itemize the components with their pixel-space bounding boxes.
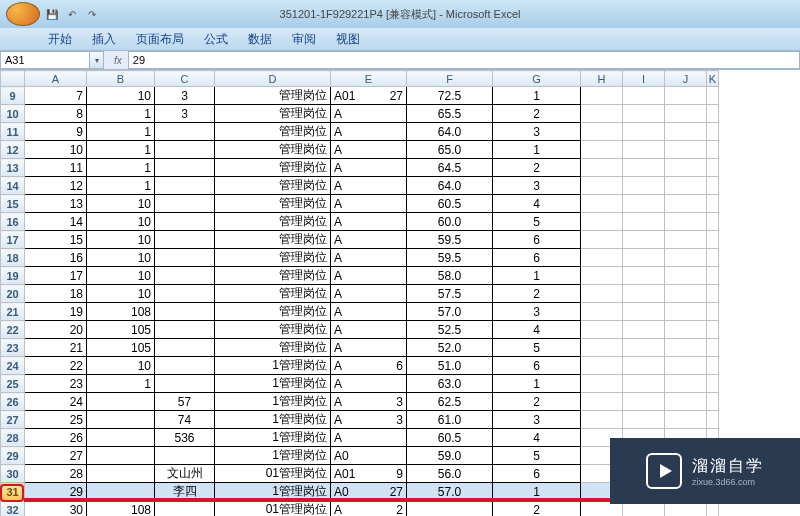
cell[interactable] <box>665 213 707 231</box>
cell[interactable] <box>665 393 707 411</box>
cell[interactable]: 2 <box>493 501 581 517</box>
table-row[interactable]: 2119108管理岗位A57.03 <box>1 303 719 321</box>
cell[interactable]: 1管理岗位 <box>215 483 331 501</box>
cell[interactable]: 1 <box>87 105 155 123</box>
row-header-30[interactable]: 30 <box>1 465 25 483</box>
cell[interactable] <box>155 357 215 375</box>
cell[interactable]: A3 <box>331 411 407 429</box>
cell[interactable]: 1 <box>493 375 581 393</box>
cell[interactable]: A <box>331 429 407 447</box>
cell[interactable] <box>623 87 665 105</box>
cell[interactable]: A <box>331 231 407 249</box>
column-header-I[interactable]: I <box>623 71 665 87</box>
cell[interactable] <box>665 411 707 429</box>
cell[interactable]: 文山州 <box>155 465 215 483</box>
cell[interactable]: 1 <box>87 177 155 195</box>
cell[interactable]: A <box>331 141 407 159</box>
cell[interactable]: A <box>331 159 407 177</box>
cell[interactable]: 56.0 <box>407 465 493 483</box>
cell[interactable]: 管理岗位 <box>215 285 331 303</box>
cell[interactable] <box>707 267 719 285</box>
cell[interactable] <box>155 285 215 303</box>
cell[interactable] <box>665 177 707 195</box>
cell[interactable] <box>155 177 215 195</box>
cell[interactable]: 5 <box>493 213 581 231</box>
cell[interactable] <box>581 123 623 141</box>
row-header-14[interactable]: 14 <box>1 177 25 195</box>
cell[interactable] <box>707 213 719 231</box>
row-header-9[interactable]: 9 <box>1 87 25 105</box>
cell[interactable] <box>155 195 215 213</box>
cell[interactable]: 16 <box>25 249 87 267</box>
cell[interactable]: 1 <box>87 123 155 141</box>
cell[interactable]: 65.5 <box>407 105 493 123</box>
table-row[interactable]: 161410管理岗位A60.05 <box>1 213 719 231</box>
cell[interactable]: 108 <box>87 303 155 321</box>
cell[interactable]: 2 <box>493 285 581 303</box>
cell[interactable] <box>665 105 707 123</box>
cell[interactable]: 13 <box>25 195 87 213</box>
cell[interactable] <box>155 141 215 159</box>
row-header-18[interactable]: 18 <box>1 249 25 267</box>
row-header-24[interactable]: 24 <box>1 357 25 375</box>
cell[interactable]: 4 <box>493 429 581 447</box>
table-row[interactable]: 13111管理岗位A64.52 <box>1 159 719 177</box>
cell[interactable]: A027 <box>331 483 407 501</box>
cell[interactable] <box>623 267 665 285</box>
cell[interactable]: 1 <box>493 483 581 501</box>
cell[interactable]: 8 <box>25 105 87 123</box>
cell[interactable] <box>155 267 215 285</box>
cell[interactable]: 12 <box>25 177 87 195</box>
cell[interactable] <box>707 411 719 429</box>
row-header-29[interactable]: 29 <box>1 447 25 465</box>
office-button[interactable] <box>6 2 40 26</box>
cell[interactable]: 1 <box>87 375 155 393</box>
cell[interactable] <box>623 123 665 141</box>
cell[interactable]: 10 <box>87 195 155 213</box>
cell[interactable]: 536 <box>155 429 215 447</box>
cell[interactable]: 6 <box>493 357 581 375</box>
cell[interactable]: A <box>331 195 407 213</box>
cell[interactable]: A0127 <box>331 87 407 105</box>
cell[interactable] <box>581 321 623 339</box>
cell[interactable] <box>665 159 707 177</box>
cell[interactable] <box>707 339 719 357</box>
cell[interactable]: 26 <box>25 429 87 447</box>
column-header-F[interactable]: F <box>407 71 493 87</box>
cell[interactable]: 57 <box>155 393 215 411</box>
table-row[interactable]: 151310管理岗位A60.54 <box>1 195 719 213</box>
cell[interactable] <box>581 105 623 123</box>
cell[interactable] <box>407 501 493 517</box>
cell[interactable] <box>581 177 623 195</box>
cell[interactable] <box>707 141 719 159</box>
column-header-A[interactable]: A <box>25 71 87 87</box>
table-row[interactable]: 181610管理岗位A59.56 <box>1 249 719 267</box>
cell[interactable]: 18 <box>25 285 87 303</box>
cell[interactable] <box>665 339 707 357</box>
ribbon-tab-插入[interactable]: 插入 <box>82 29 126 50</box>
cell[interactable]: 64.0 <box>407 177 493 195</box>
select-all-corner[interactable] <box>1 71 25 87</box>
name-box-dropdown-icon[interactable]: ▾ <box>90 51 104 69</box>
cell[interactable] <box>623 177 665 195</box>
cell[interactable]: 65.0 <box>407 141 493 159</box>
cell[interactable]: 60.0 <box>407 213 493 231</box>
cell[interactable]: 57.0 <box>407 483 493 501</box>
row-header-19[interactable]: 19 <box>1 267 25 285</box>
cell[interactable]: 管理岗位 <box>215 159 331 177</box>
cell[interactable] <box>155 321 215 339</box>
cell[interactable] <box>623 321 665 339</box>
cell[interactable] <box>623 213 665 231</box>
column-header-C[interactable]: C <box>155 71 215 87</box>
cell[interactable] <box>581 195 623 213</box>
cell[interactable] <box>155 303 215 321</box>
cell[interactable] <box>581 375 623 393</box>
cell[interactable] <box>623 141 665 159</box>
cell[interactable] <box>581 87 623 105</box>
undo-icon[interactable]: ↶ <box>64 6 80 22</box>
cell[interactable] <box>581 411 623 429</box>
table-row[interactable]: 2422101管理岗位A651.06 <box>1 357 719 375</box>
cell[interactable] <box>581 339 623 357</box>
row-header-25[interactable]: 25 <box>1 375 25 393</box>
cell[interactable]: 10 <box>87 357 155 375</box>
